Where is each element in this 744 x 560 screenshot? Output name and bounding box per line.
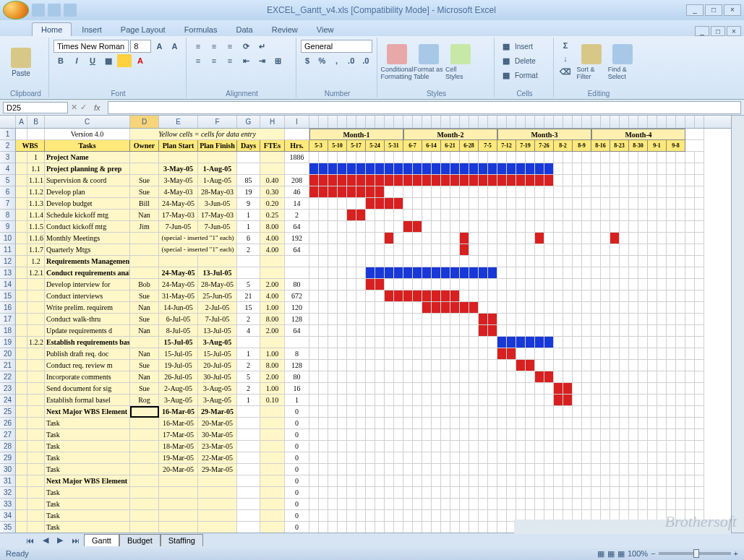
group-alignment: ≡ ≡ ≡ ⟳ ↵ ≡ ≡ ≡ ⇤ ⇥ ⊞ Alignment (188, 38, 296, 98)
sheet-tabs: ⏮ ◀ ▶ ⏭ Gantt Budget Staffing (0, 533, 744, 547)
font-size-select[interactable]: 8 (130, 40, 151, 53)
ribbon-tabs: Home Insert Page Layout Formulas Data Re… (0, 20, 744, 36)
align-top-button[interactable]: ≡ (191, 40, 205, 53)
tab-insert[interactable]: Insert (73, 23, 111, 36)
zoom-slider[interactable] (659, 552, 731, 555)
tab-view[interactable]: View (308, 23, 343, 36)
sheet-tab-gantt[interactable]: Gantt (84, 534, 119, 546)
italic-button[interactable]: I (69, 54, 84, 67)
sheet-nav-first[interactable]: ⏮ (22, 536, 38, 545)
sort-filter-button[interactable]: Sort & Filter (577, 39, 607, 85)
align-left-button[interactable]: ≡ (191, 54, 205, 67)
zoom-level[interactable]: 100% (628, 549, 648, 558)
find-select-button[interactable]: Find & Select (608, 39, 638, 85)
sheet-tab-budget[interactable]: Budget (119, 534, 161, 546)
formula-bar: ✕ ✓ fx (0, 100, 744, 116)
border-button[interactable]: ▦ (101, 54, 116, 67)
fx-enter-button[interactable]: ✓ (80, 103, 87, 112)
redo-icon[interactable] (64, 4, 77, 17)
zoom-in-button[interactable]: + (734, 549, 738, 558)
tab-page-layout[interactable]: Page Layout (112, 23, 174, 36)
tab-home[interactable]: Home (32, 22, 72, 36)
group-number: General $ % , .0 .0 Number (298, 38, 377, 98)
font-color-button[interactable]: A (133, 54, 147, 67)
window-title: EXCEL_Gantt_v4.xls [Compatibility Mode] … (77, 5, 686, 15)
autosum-button[interactable]: Σ (558, 39, 573, 52)
grow-font-button[interactable]: A (153, 40, 166, 53)
formula-input[interactable] (108, 101, 741, 114)
cell-styles-button[interactable]: Cell Styles (445, 39, 476, 85)
doc-restore-button[interactable]: □ (711, 26, 725, 36)
paste-button[interactable]: Paste (6, 39, 36, 85)
view-pagebreak-button[interactable]: ▦ (617, 549, 625, 559)
row-headers: 1234567891011121314151617181920212223242… (0, 129, 16, 533)
bold-button[interactable]: B (54, 54, 68, 67)
increase-indent-button[interactable]: ⇥ (255, 54, 269, 67)
group-clipboard: Paste Clipboard (3, 38, 49, 98)
comma-button[interactable]: , (330, 54, 343, 67)
fill-button[interactable]: ↓ (558, 52, 573, 65)
tab-review[interactable]: Review (263, 23, 307, 36)
merge-button[interactable]: ⊞ (270, 54, 285, 67)
group-editing: Σ ↓ ⌫ Sort & Filter Find & Select Editin… (555, 38, 642, 98)
wrap-text-button[interactable]: ↵ (255, 40, 269, 53)
conditional-formatting-button[interactable]: Conditional Formatting (382, 39, 412, 85)
clear-button[interactable]: ⌫ (558, 65, 573, 78)
sort-icon (581, 44, 602, 64)
orientation-button[interactable]: ⟳ (239, 40, 253, 53)
undo-icon[interactable] (48, 4, 61, 17)
align-center-button[interactable]: ≡ (207, 54, 221, 67)
quick-access-toolbar (32, 4, 77, 17)
watermark: Brothersoft (665, 512, 737, 531)
percent-button[interactable]: % (315, 54, 328, 67)
doc-close-button[interactable]: × (727, 26, 741, 36)
align-bottom-button[interactable]: ≡ (223, 40, 237, 53)
fill-color-button[interactable] (117, 54, 132, 67)
doc-minimize-button[interactable]: _ (695, 26, 709, 36)
save-icon[interactable] (32, 4, 45, 17)
underline-button[interactable]: U (85, 54, 100, 67)
number-format-select[interactable]: General (301, 40, 372, 53)
status-bar: Ready ▦ ▦ ▦ 100% − + (0, 547, 744, 560)
decrease-decimal-button[interactable]: .0 (359, 54, 372, 67)
sheet-nav-prev[interactable]: ◀ (38, 535, 53, 545)
fx-icon[interactable]: fx (90, 103, 105, 112)
maximize-button[interactable]: □ (705, 4, 722, 16)
shrink-font-button[interactable]: A (168, 40, 181, 53)
currency-button[interactable]: $ (301, 54, 314, 67)
group-font: Times New Roman 8 A A B I U ▦ A Font (51, 38, 187, 98)
insert-cells-button[interactable]: ▦ (499, 40, 513, 53)
font-name-select[interactable]: Times New Roman (54, 40, 129, 53)
decrease-indent-button[interactable]: ⇤ (239, 54, 253, 67)
name-box[interactable] (3, 102, 68, 113)
spreadsheet-grid[interactable]: ABCDEFGHI 123456789101112131415161718192… (0, 116, 731, 533)
column-headers: ABCDEFGHI (0, 116, 731, 129)
increase-decimal-button[interactable]: .0 (345, 54, 358, 67)
format-as-table-button[interactable]: Format as Table (414, 39, 444, 85)
zoom-out-button[interactable]: − (651, 549, 655, 558)
title-bar: EXCEL_Gantt_v4.xls [Compatibility Mode] … (0, 0, 744, 20)
ribbon: Paste Clipboard Times New Roman 8 A A B … (0, 36, 744, 100)
tab-formulas[interactable]: Formulas (176, 23, 226, 36)
cond-fmt-icon (387, 44, 407, 64)
sheet-tab-staffing[interactable]: Staffing (161, 534, 203, 546)
sheet-nav-last[interactable]: ⏭ (67, 536, 84, 545)
paste-icon (11, 48, 31, 68)
vertical-scrollbar[interactable] (731, 116, 744, 533)
delete-cells-button[interactable]: ▦ (499, 54, 513, 67)
view-normal-button[interactable]: ▦ (597, 549, 604, 559)
minimize-button[interactable]: _ (686, 4, 704, 16)
sheet-nav-next[interactable]: ▶ (53, 535, 67, 545)
find-icon (612, 44, 633, 64)
align-right-button[interactable]: ≡ (223, 54, 237, 67)
group-cells: ▦Insert ▦Delete ▦Format Cells (496, 38, 554, 98)
fx-cancel-button[interactable]: ✕ (71, 103, 77, 112)
format-cells-button[interactable]: ▦ (499, 69, 513, 82)
tab-data[interactable]: Data (227, 23, 261, 36)
group-styles: Conditional Formatting Format as Table C… (379, 38, 495, 98)
close-button[interactable]: × (724, 4, 741, 16)
view-layout-button[interactable]: ▦ (607, 549, 615, 559)
status-text: Ready (6, 549, 29, 558)
align-middle-button[interactable]: ≡ (207, 40, 221, 53)
office-button[interactable] (3, 1, 29, 20)
